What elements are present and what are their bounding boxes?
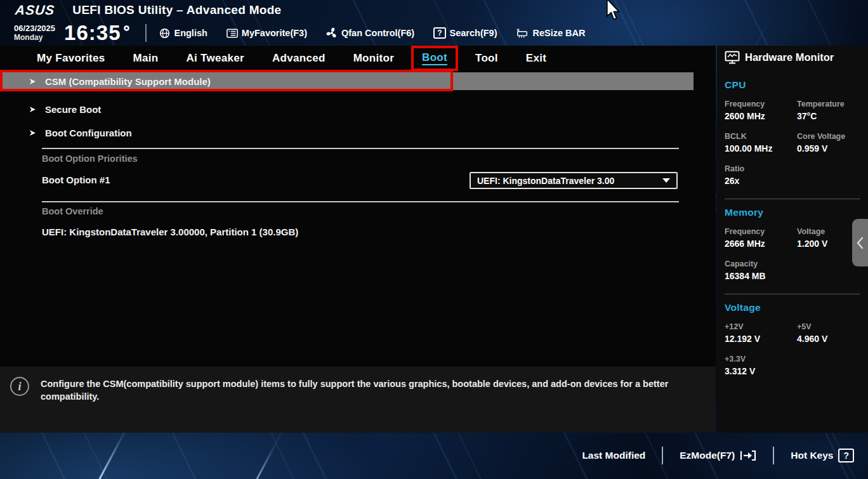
language-selector[interactable]: English [159,28,207,39]
current-date: 06/23/2025 [14,24,55,34]
sidebar-divider [725,294,860,294]
hardware-monitor-panel: Hardware Monitor CPU Frequency 2600 MHz … [717,46,868,433]
menu-item-boot-configuration[interactable]: Boot Configuration [0,124,132,141]
current-day: Monday [14,34,55,43]
bios-screen: ASUS UEFI BIOS Utility – Advanced Mode 0… [0,0,868,479]
tab-monitor[interactable]: Monitor [353,52,394,65]
language-label: English [174,28,207,38]
hw-metric: +3.3V 3.312 V [725,355,797,376]
hw-metric: Frequency 2666 MHz [725,227,797,249]
boot-override-entry[interactable]: UEFI: KingstonDataTraveler 3.00000, Part… [42,226,298,237]
boot-option-1-value: UEFI: KingstonDataTraveler 3.00 [477,176,659,186]
datetime-block: 06/23/2025 Monday 16:35 [14,21,131,45]
sidebar-divider [725,199,860,199]
hot-keys-button[interactable]: Hot Keys ? [774,449,857,463]
dropdown-caret-icon [662,178,670,183]
chevron-left-icon [856,237,864,249]
menu-item-csm[interactable]: CSM (Compatibility Support Module) [0,72,694,90]
menu-item-label: Secure Boot [45,104,101,115]
hw-metric: Core Voltage 0.959 V [797,132,868,154]
hardware-monitor-title: Hardware Monitor [745,51,834,63]
last-modified-label: Last Modified [582,450,645,461]
qfan-control-button[interactable]: Qfan Control(F6) [326,27,414,39]
menu-item-label: Boot Configuration [45,128,132,138]
my-favorite-label: MyFavorite(F3) [242,28,307,38]
help-area: i Configure the CSM(compatibility suppor… [0,367,716,433]
footer-bar: Last Modified EzMode(F7) Hot Keys ? [565,447,857,464]
globe-icon [159,28,170,39]
resize-bar-button[interactable]: ReSize BAR [516,28,585,39]
question-icon: ? [433,27,445,39]
tab-tool[interactable]: Tool [475,52,498,65]
ez-mode-label: EzMode(F7) [680,450,735,461]
hw-metric: +12V 12.192 V [725,322,797,344]
my-favorite-button[interactable]: MyFavorite(F3) [227,28,307,38]
boot-tab-highlight-box: Boot [411,46,458,71]
boot-option-priorities-header: Boot Option Priorities [42,154,138,164]
submenu-arrow-icon [29,129,36,136]
submenu-arrow-icon [29,106,36,113]
hw-metric: Capacity 16384 MB [725,259,797,281]
clock-settings-gear-icon[interactable] [122,23,131,33]
main-panel: My Favorites Main Ai Tweaker Advanced Mo… [0,46,716,433]
hot-keys-label: Hot Keys [791,450,833,461]
page-title: UEFI BIOS Utility – Advanced Mode [72,3,281,17]
exit-arrow-icon [740,450,756,461]
hardware-monitor-icon [725,51,740,64]
submenu-arrow-icon [29,78,36,85]
title-bar: ASUS UEFI BIOS Utility – Advanced Mode [0,0,868,20]
favorites-list-icon [227,29,238,38]
boot-override-header: Boot Override [42,206,103,216]
hw-metric: Ratio 26x [725,164,797,186]
hw-metric: +5V 4.960 V [797,322,868,344]
tab-ai-tweaker[interactable]: Ai Tweaker [186,52,244,65]
resize-bar-label: ReSize BAR [532,28,585,38]
help-text: Configure the CSM(compatibility support … [41,378,700,433]
tab-bar: My Favorites Main Ai Tweaker Advanced Mo… [0,46,716,71]
hw-section-memory: Memory [725,207,868,218]
tab-my-favorites[interactable]: My Favorites [37,52,105,65]
tab-main[interactable]: Main [133,52,159,65]
search-button[interactable]: ? Search(F9) [433,27,497,39]
tab-boot[interactable]: Boot [422,51,447,64]
tab-advanced[interactable]: Advanced [272,52,326,65]
ez-mode-button[interactable]: EzMode(F7) [663,450,773,461]
fan-icon [326,27,338,39]
boot-option-1-label: Boot Option #1 [42,174,110,185]
search-label: Search(F9) [450,28,497,38]
section-divider [42,201,679,202]
asus-logo: ASUS [15,3,56,18]
sidebar-collapse-handle[interactable] [852,219,868,266]
qfan-label: Qfan Control(F6) [341,28,414,38]
section-divider [42,148,679,149]
hw-section-voltage: Voltage [725,302,868,313]
current-time: 16:35 [64,21,121,45]
hw-section-cpu: CPU [725,79,868,91]
hw-metric: Frequency 2600 MHz [725,100,797,121]
status-bar: 06/23/2025 Monday 16:35 [0,20,868,46]
boot-option-1-dropdown[interactable]: UEFI: KingstonDataTraveler 3.00 [470,172,678,189]
hw-metric: Temperature 37°C [797,100,868,121]
last-modified-button[interactable]: Last Modified [565,450,662,461]
info-icon: i [10,377,29,396]
hw-metric: BCLK 100.00 MHz [725,132,797,154]
resize-bar-icon [516,28,529,39]
tab-exit[interactable]: Exit [526,52,546,65]
statusbar-divider [145,24,147,42]
menu-item-secure-boot[interactable]: Secure Boot [0,100,101,118]
menu-item-label: CSM (Compatibility Support Module) [45,76,211,87]
question-icon: ? [838,449,854,463]
